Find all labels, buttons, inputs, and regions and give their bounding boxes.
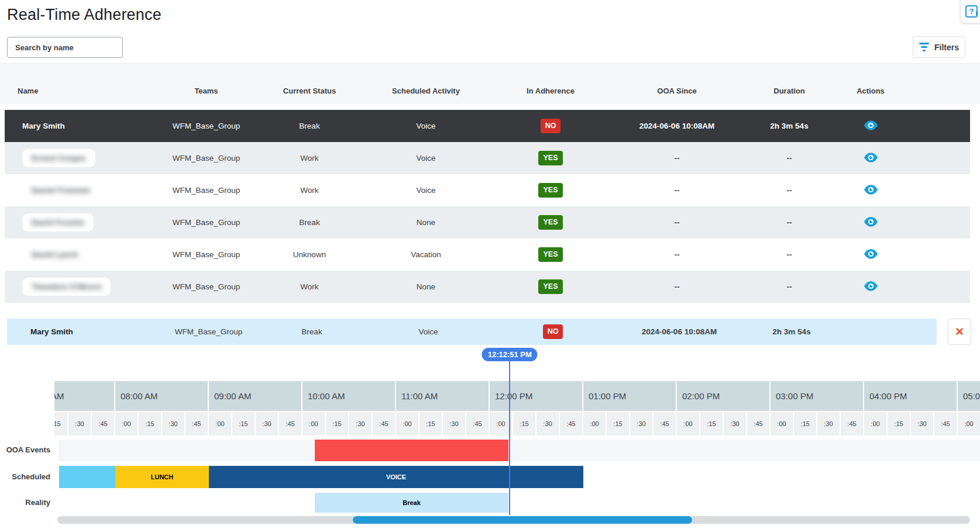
view-agent-schedule-button[interactable] [864,120,878,130]
duration-cell: -- [746,154,833,162]
page-title: Real-Time Adherence [7,6,161,24]
agent-teams-cell: WFM_Base_Group [152,122,260,130]
table-header: NameTeamsCurrent StatusScheduled Activit… [0,63,980,104]
timeline-quarter-cell: :15 [513,412,535,435]
current-time-marker: 12:12:51 PM [482,348,538,361]
actions-cell [833,281,909,293]
adherence-cell: YES [493,215,608,230]
timeline-quarter-cell: :15 [54,412,67,435]
detail-name: Mary Smith [20,327,154,336]
agent-name-cell: Theodore O'Moore [18,278,152,296]
column-header-current-status: Current Status [260,87,359,95]
table-row[interactable]: David LynchWFM_Base_GroupUnknownVacation… [5,238,970,271]
timeline-scrollbar-thumb[interactable] [353,516,692,524]
adherence-cell: YES [493,247,608,262]
timeline-quarter-cell: :15 [326,412,348,435]
eye-icon [864,249,878,259]
timeline-scrollbar-track[interactable] [57,516,970,524]
scheduled-activity-cell: Voice [359,154,493,162]
timeline-hour-cell: 03:00 PM [771,381,863,411]
agent-teams-cell: WFM_Base_Group [152,282,260,291]
column-header-name: Name [18,87,152,95]
table-header-row: NameTeamsCurrent StatusScheduled Activit… [0,64,970,104]
view-agent-schedule-button[interactable] [864,249,878,259]
timeline-quarter-cell: :30 [162,412,184,435]
filters-button[interactable]: Filters [913,36,965,58]
table-row[interactable]: Daniel FreemanWFM_Base_GroupWorkVoiceYES… [5,174,970,206]
help-button[interactable]: ? [960,0,980,23]
ooa-since-cell: -- [608,186,746,195]
agent-status-cell: Work [260,186,359,195]
agent-name-cell: David Froome [18,213,152,231]
selected-agent-detail-row: Mary Smith WFM_Base_Group Break Voice NO… [7,319,937,345]
scheduled-activity-cell: Voice [359,186,493,195]
timeline-quarter-cell: :00 [209,412,231,435]
funnel-icon [919,43,929,52]
timeline-quarter-cell: :00 [958,412,980,435]
eye-icon [864,153,878,162]
duration-cell: -- [746,282,833,291]
view-agent-schedule-button[interactable] [864,281,878,291]
scheduled-bar-voice: VOICE [209,466,583,488]
scheduled-bar-lunch: LUNCH [115,466,209,488]
scheduled-activity-cell: None [359,218,493,227]
adherence-cell: NO [493,119,608,133]
timeline-hour-cell: 08:00 AM [115,381,208,411]
view-agent-schedule-button[interactable] [864,185,878,195]
adherence-badge: NO [541,119,561,133]
timeline-quarter-cell: :30 [630,412,652,435]
detail-activity: Voice [361,327,496,336]
adherence-badge: YES [538,183,562,198]
agent-status-cell: Unknown [260,250,359,259]
help-icon: ? [965,5,978,18]
ooa-event-bar [315,440,508,461]
timeline-quarter-cell: :45 [841,412,863,435]
view-agent-schedule-button[interactable] [864,217,878,227]
blurred-name: Ernest Cooper [22,149,95,167]
table-row[interactable]: David FroomeWFM_Base_GroupBreakNoneYES--… [5,206,970,238]
close-icon: ✕ [955,325,964,338]
detail-close-button[interactable]: ✕ [948,319,971,345]
scheduled-activity-cell: Vacation [359,250,493,259]
timeline-hour-cell: 09:00 AM [209,381,301,411]
view-agent-schedule-button[interactable] [864,153,878,162]
agent-name-cell: David Lynch [18,246,152,264]
timeline-quarter-cell: :45 [747,412,769,435]
detail-duration: 2h 3m 54s [748,327,835,336]
timeline-quarter-cell: :45 [560,412,582,435]
table-row[interactable]: Theodore O'MooreWFM_Base_GroupWorkNoneYE… [5,271,970,303]
timeline-quarter-cell: :15 [419,412,442,435]
agent-status-cell: Work [260,282,359,291]
ooa-events-track [59,440,980,461]
timeline-hour-cell: 05:00 PM [958,381,980,411]
blurred-name: David Lynch [22,246,88,264]
duration-cell: 2h 3m 54s [746,122,833,130]
search-input[interactable] [7,37,123,58]
column-header-actions: Actions [833,87,909,95]
blurred-name: Daniel Freeman [22,181,100,199]
timeline-quarter-cell: :30 [349,412,372,435]
actions-cell [833,217,909,229]
timeline-quarter-cell: :00 [864,412,886,435]
ooa-since-cell: -- [608,250,746,259]
adherence-badge: YES [538,279,562,294]
adherence-cell: YES [493,279,608,294]
agent-status-cell: Break [260,218,359,227]
table-row[interactable]: Mary SmithWFM_Base_GroupBreakVoiceNO2024… [5,110,970,142]
filters-label: Filters [934,43,959,52]
agent-name-cell: Daniel Freeman [18,181,152,199]
timeline-quarter-cell: :30 [911,412,933,435]
scheduled-activity-cell: Voice [359,122,493,130]
column-header-duration: Duration [746,87,833,95]
timeline-quarter-cell: :00 [302,412,325,435]
timeline-quarter-cell: :15 [232,412,255,435]
timeline-quarter-cell: :45 [279,412,301,435]
duration-cell: -- [746,186,833,195]
table-row[interactable]: Ernest CooperWFM_Base_GroupWorkVoiceYES-… [5,142,970,174]
eye-icon [864,185,878,195]
timeline-quarter-cell: :15 [700,412,723,435]
timeline-hour-cell: 01:00 PM [583,381,676,411]
timeline-quarter-cell: :15 [607,412,629,435]
agent-teams-cell: WFM_Base_Group [152,154,260,162]
current-time-line [509,361,510,515]
